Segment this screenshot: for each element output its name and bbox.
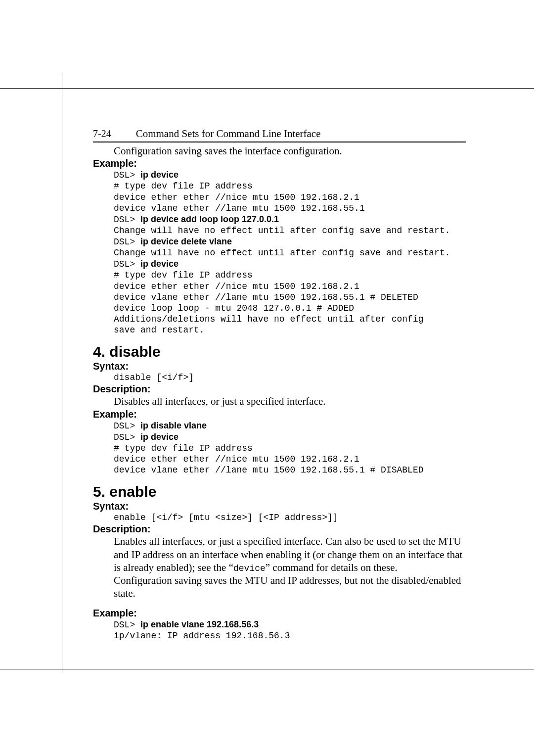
code-line: # type dev file IP address: [114, 443, 253, 453]
code-line: device ether ether //nice mtu 1500 192.1…: [114, 282, 359, 291]
description-text: Enables all interfaces, or just a specif…: [114, 535, 466, 574]
code-line: device vlane ether //lane mtu 1500 192.1…: [114, 292, 418, 302]
header-underline: [93, 142, 466, 142]
page: 7-24 Command Sets for Command Line Inter…: [0, 0, 534, 756]
margin-line: [62, 72, 62, 673]
intro-text: Configuration saving saves the interface…: [114, 144, 466, 157]
syntax-label: Syntax:: [93, 501, 466, 512]
syntax-code: enable [<i/f> [mtu <size>] [<IP address>…: [114, 512, 466, 523]
cmd: ip device: [140, 432, 178, 442]
code-line: Change will have no effect until after c…: [114, 248, 450, 258]
code-line: ip/vlane: IP address 192.168.56.3: [114, 631, 290, 641]
code-line: Additions/deletions will have no effect …: [114, 314, 424, 324]
prompt: DSL>: [114, 215, 140, 225]
description-label: Description:: [93, 383, 466, 395]
bottom-rule: [0, 669, 534, 669]
prompt: DSL>: [114, 620, 140, 630]
section-5-heading: 5. enable: [93, 483, 466, 500]
code-line: Change will have no effect until after c…: [114, 226, 450, 236]
chapter-title: Command Sets for Command Line Interface: [136, 128, 321, 140]
code-block-3: DSL> ip enable vlane 192.168.56.3 ip/vla…: [114, 619, 466, 641]
inline-code: device: [233, 564, 266, 573]
cmd: ip device: [140, 170, 178, 180]
cmd: ip device add loop loop 127.0.0.1: [140, 214, 279, 224]
description-text-2: Configuration saving saves the MTU and I…: [114, 574, 466, 600]
content-area: 7-24 Command Sets for Command Line Inter…: [93, 128, 466, 641]
prompt: DSL>: [114, 259, 140, 269]
code-line: device loop loop - mtu 2048 127.0.0.1 # …: [114, 303, 354, 313]
syntax-label: Syntax:: [93, 361, 466, 372]
prompt: DSL>: [114, 237, 140, 247]
description-text: Disables all interfaces, or just a speci…: [114, 395, 466, 408]
section-4-heading: 4. disable: [93, 343, 466, 360]
syntax-code: disable [<i/f>]: [114, 372, 466, 383]
code-block-1: DSL> ip device # type dev file IP addres…: [114, 169, 466, 335]
example-label: Example:: [93, 158, 466, 169]
cmd: ip device delete vlane: [140, 236, 232, 246]
code-line: save and restart.: [114, 325, 205, 335]
code-line: device ether ether //nice mtu 1500 192.1…: [114, 454, 359, 464]
cmd: ip disable vlane: [140, 421, 207, 430]
prompt: DSL>: [114, 421, 140, 431]
prompt: DSL>: [114, 170, 140, 180]
code-line: device ether ether //nice mtu 1500 192.1…: [114, 192, 359, 202]
top-rule: [0, 88, 534, 89]
cmd: ip device: [140, 259, 178, 269]
example-label: Example:: [93, 608, 466, 619]
code-line: # type dev file IP address: [114, 181, 253, 191]
code-line: device vlane ether //lane mtu 1500 192.1…: [114, 203, 365, 213]
page-number: 7-24: [93, 128, 111, 140]
description-label: Description:: [93, 523, 466, 535]
code-block-2: DSL> ip disable vlane DSL> ip device # t…: [114, 420, 466, 476]
code-line: # type dev file IP address: [114, 270, 253, 280]
example-label: Example:: [93, 409, 466, 420]
running-header: 7-24 Command Sets for Command Line Inter…: [93, 128, 466, 140]
prompt: DSL>: [114, 432, 140, 442]
cmd: ip enable vlane 192.168.56.3: [140, 619, 259, 629]
code-line: device vlane ether //lane mtu 1500 192.1…: [114, 465, 424, 475]
